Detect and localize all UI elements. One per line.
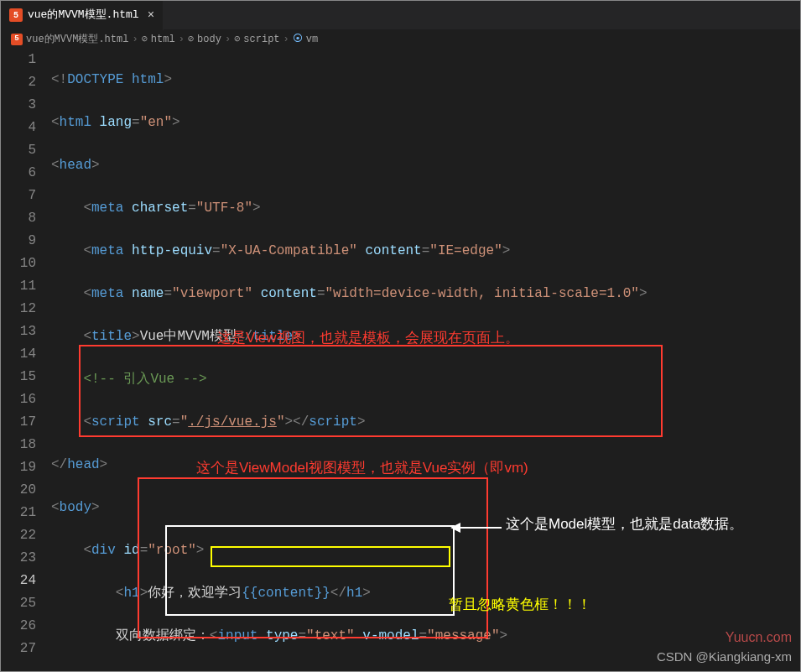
line-number: 25 [1, 592, 36, 615]
code-line: <h1>你好，欢迎学习{{content}}</h1> [51, 582, 800, 605]
arrow-head-icon [450, 523, 460, 533]
line-number: 24 [1, 570, 36, 592]
breadcrumb-item[interactable]: ⊘body [188, 32, 221, 47]
line-number: 11 [1, 275, 36, 298]
code-line: <meta http-equiv="X-UA-Compatible" conte… [51, 240, 800, 263]
watermark-csdn: CSDN @Kiangkiang-xm [657, 648, 792, 667]
line-number: 19 [1, 456, 36, 479]
line-number: 23 [1, 547, 36, 570]
html5-icon: 5 [11, 34, 23, 45]
line-number-gutter: 1234567891011121314151617181920212223242… [1, 49, 51, 671]
html5-icon: 5 [9, 8, 23, 22]
line-number: 18 [1, 434, 36, 456]
line-number: 16 [1, 388, 36, 411]
line-number: 6 [1, 162, 36, 185]
code-line: <meta charset="UTF-8"> [51, 197, 800, 220]
code-area[interactable]: <!DOCTYPE html> <html lang="en"> <head> … [51, 49, 800, 671]
annotation-view: 这是View视图，也就是模板，会展现在页面上。 [217, 327, 519, 349]
code-line: </div> [51, 668, 800, 672]
watermark-yuucn: Yuucn.com [726, 628, 792, 648]
breadcrumb-item[interactable]: ⊘script [234, 32, 279, 47]
code-line: <div id="root"> [51, 539, 800, 562]
tab-bar: 5 vue的MVVM模型.html × [1, 1, 800, 30]
line-number: 26 [1, 615, 36, 638]
breadcrumb-item[interactable]: ⦿vm [293, 32, 318, 47]
chevron-right-icon: › [132, 32, 138, 47]
code-line: <html lang="en"> [51, 112, 800, 134]
line-number: 9 [1, 230, 36, 253]
line-number: 1 [1, 49, 36, 71]
line-number: 10 [1, 253, 36, 275]
file-tab[interactable]: 5 vue的MVVM模型.html × [1, 1, 164, 30]
line-number: 20 [1, 479, 36, 502]
code-line: <meta name="viewport" content="width=dev… [51, 283, 800, 305]
line-number: 13 [1, 320, 36, 343]
line-number: 2 [1, 71, 36, 94]
annotation-model: 这个是Model模型，也就是data数据。 [506, 513, 743, 535]
annotation-viewmodel: 这个是ViewModel视图模型，也就是Vue实例（即vm) [196, 457, 528, 479]
breadcrumb-file[interactable]: vue的MVVM模型.html [26, 32, 128, 47]
breadcrumb-item[interactable]: ⊘html [142, 32, 175, 47]
line-number: 8 [1, 207, 36, 230]
code-line: <!DOCTYPE html> [51, 69, 800, 91]
code-editor[interactable]: 1234567891011121314151617181920212223242… [1, 49, 800, 671]
line-number: 4 [1, 117, 36, 139]
line-number: 14 [1, 343, 36, 366]
code-line: <!-- 引入Vue --> [51, 368, 800, 391]
line-number: 27 [1, 638, 36, 660]
code-line: <script src="./js/vue.js"></script> [51, 411, 800, 434]
line-number: 22 [1, 524, 36, 547]
annotation-ignore: 暂且忽略黄色框！！！ [449, 594, 591, 616]
line-number: 17 [1, 411, 36, 434]
line-number: 12 [1, 298, 36, 320]
line-number: 7 [1, 185, 36, 207]
code-line: <head> [51, 154, 800, 177]
chevron-right-icon: › [283, 32, 289, 47]
tab-label: vue的MVVM模型.html [28, 7, 139, 23]
line-number: 15 [1, 366, 36, 388]
line-number: 3 [1, 94, 36, 117]
breadcrumb: 5 vue的MVVM模型.html › ⊘html › ⊘body › ⊘scr… [1, 30, 800, 49]
line-number: 5 [1, 139, 36, 162]
chevron-right-icon: › [225, 32, 231, 47]
code-line: 双向数据绑定：<input type="text" v-model="messa… [51, 625, 800, 648]
arrow-line [455, 527, 502, 529]
line-number: 21 [1, 502, 36, 524]
chevron-right-icon: › [179, 32, 185, 47]
close-icon[interactable]: × [148, 7, 154, 24]
